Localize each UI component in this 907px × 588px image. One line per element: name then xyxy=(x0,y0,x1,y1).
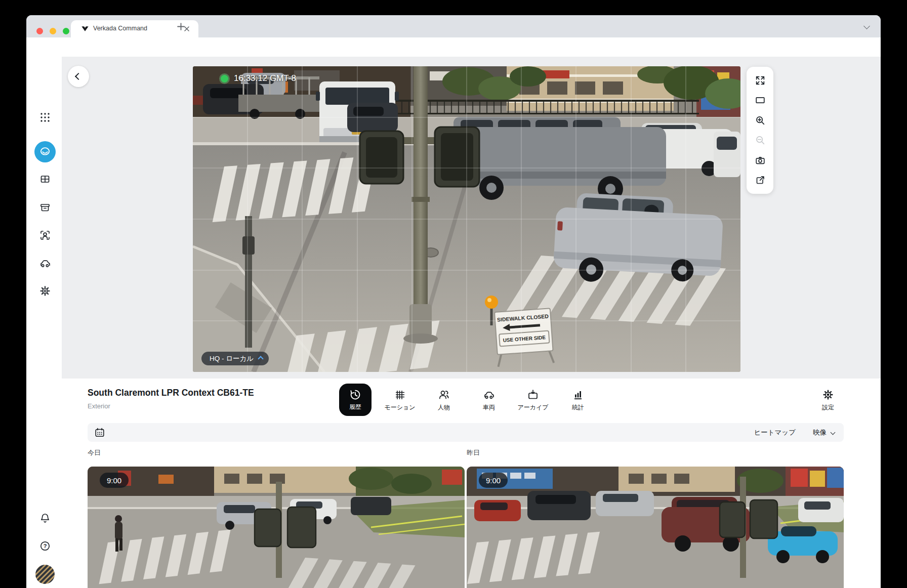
camera-name: South Claremont LPR Context CB61-TE xyxy=(88,388,254,398)
help-icon[interactable]: ? xyxy=(39,540,51,552)
chevron-up-icon xyxy=(258,356,264,361)
tab-title: Verkada Command xyxy=(93,25,147,32)
tab-history-label: 履歴 xyxy=(349,403,361,411)
tab-motion[interactable]: モーション xyxy=(380,384,420,417)
camera-snapshot-icon xyxy=(755,155,766,166)
window-close-button[interactable] xyxy=(36,28,43,34)
calendar-icon[interactable] xyxy=(94,427,105,438)
sidebar-item-grid-view[interactable] xyxy=(39,173,51,185)
svg-text:?: ? xyxy=(44,543,47,549)
chevron-down-icon xyxy=(831,430,836,435)
thumbnail-time-badge: 9:00 xyxy=(479,473,508,488)
app-sidebar: ? xyxy=(26,57,62,588)
today-label: 今日 xyxy=(88,448,101,457)
tab-motion-label: モーション xyxy=(384,403,415,412)
notifications-bell-icon[interactable] xyxy=(39,512,51,524)
live-indicator-dot xyxy=(221,75,228,82)
stream-quality-selector[interactable]: HQ - ローカル xyxy=(201,352,269,365)
tab-people-label: 人物 xyxy=(438,403,450,412)
archive-download-icon xyxy=(527,389,539,401)
tab-history[interactable]: 履歴 xyxy=(339,384,372,416)
scene-vehicle-white-car-edge xyxy=(714,132,740,177)
view-mode-label: 映像 xyxy=(813,428,827,437)
fullscreen-button[interactable] xyxy=(754,74,766,87)
tab-settings-label: 設定 xyxy=(822,403,834,412)
tab-archive-label: アーカイブ xyxy=(517,403,548,412)
user-avatar[interactable] xyxy=(35,564,55,584)
tab-archive[interactable]: アーカイブ xyxy=(513,384,553,417)
timeline-thumbnail-today[interactable]: 9:00 xyxy=(88,467,465,588)
snapshot-button[interactable] xyxy=(754,154,766,166)
dome-camera-icon xyxy=(38,145,52,158)
sidebar-item-archive[interactable] xyxy=(39,201,51,214)
settings-gear-icon xyxy=(822,389,834,401)
bar-chart-icon xyxy=(572,389,584,401)
people-icon xyxy=(438,389,450,401)
heatmap-toggle[interactable]: ヒートマップ xyxy=(754,428,796,437)
tab-vehicles[interactable]: 車両 xyxy=(469,384,509,417)
share-icon xyxy=(755,175,766,186)
today-thumbnail-frame xyxy=(88,467,465,588)
fullscreen-icon xyxy=(755,75,766,86)
tab-settings[interactable]: 設定 xyxy=(808,384,848,417)
window-minimize-button[interactable] xyxy=(50,28,56,34)
browser-toolbar: command.verkada.com/cameras/4e47c4b1-11f… xyxy=(26,37,881,57)
verkada-favicon xyxy=(81,25,89,33)
sidebar-item-settings[interactable] xyxy=(39,285,51,297)
thumbnail-time: 9:00 xyxy=(486,476,501,485)
thumbnail-time-badge: 9:00 xyxy=(100,473,129,488)
camera-location: Exterior xyxy=(88,402,110,410)
new-tab-button[interactable] xyxy=(177,23,185,30)
screen: Verkada Command command.verkada.com/cam xyxy=(0,0,907,588)
live-status: 16:33:12 GMT-8 xyxy=(221,73,296,83)
yesterday-thumbnail-frame xyxy=(467,467,844,588)
tab-stats-label: 統計 xyxy=(572,403,584,412)
sidebar-item-vehicles[interactable] xyxy=(39,257,51,269)
region-select-button[interactable] xyxy=(754,94,766,106)
tab-stats[interactable]: 統計 xyxy=(558,384,598,417)
tab-vehicles-label: 車両 xyxy=(483,403,495,412)
timeline-filter-bar: ヒートマップ 映像 xyxy=(88,423,844,442)
vehicle-icon xyxy=(483,389,495,401)
chevron-left-icon xyxy=(75,73,82,80)
camera-video-frame: SIDEWALK CLOSED USE OTHER SIDE xyxy=(193,66,740,372)
back-button[interactable] xyxy=(68,66,89,87)
sidebar-item-people[interactable] xyxy=(39,229,51,241)
live-video-player[interactable]: SIDEWALK CLOSED USE OTHER SIDE 16:33:12 … xyxy=(193,66,740,372)
timeline-thumbnail-yesterday[interactable]: 9:00 xyxy=(467,467,844,588)
yesterday-label: 昨日 xyxy=(467,448,480,457)
zoom-in-button[interactable] xyxy=(754,114,766,127)
zoom-in-icon xyxy=(755,115,766,126)
sidebar-item-cameras[interactable] xyxy=(34,141,56,162)
zoom-out-button[interactable] xyxy=(754,134,766,146)
tab-people[interactable]: 人物 xyxy=(424,384,464,417)
history-icon xyxy=(349,389,361,401)
tab-search-chevron-icon[interactable] xyxy=(863,23,870,29)
share-stream-button[interactable] xyxy=(754,174,766,186)
player-tool-card xyxy=(747,67,773,194)
app-launcher-icon[interactable] xyxy=(39,111,51,123)
motion-grid-icon xyxy=(394,389,406,401)
live-timestamp: 16:33:12 GMT-8 xyxy=(234,73,296,83)
thumbnail-time: 9:00 xyxy=(107,476,121,485)
zoom-out-icon xyxy=(755,135,766,146)
browser-window: Verkada Command command.verkada.com/cam xyxy=(26,15,881,588)
browser-tab-strip: Verkada Command xyxy=(26,15,881,37)
stream-quality-label: HQ - ローカル xyxy=(210,354,254,363)
view-mode-dropdown[interactable]: 映像 xyxy=(813,428,835,437)
window-zoom-button[interactable] xyxy=(63,28,69,34)
region-rectangle-icon xyxy=(755,95,766,106)
